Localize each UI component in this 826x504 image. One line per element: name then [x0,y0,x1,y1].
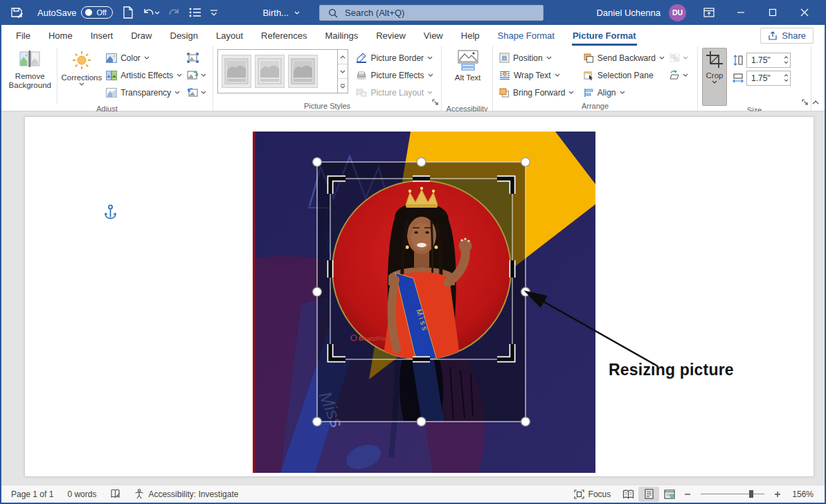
selection-pane-button[interactable]: Selection Pane [582,66,667,84]
page-indicator[interactable]: Page 1 of 1 [1,485,60,503]
web-layout-button[interactable] [659,487,680,502]
spin-up-icon[interactable] [784,56,789,59]
tab-design[interactable]: Design [161,25,207,46]
focus-button[interactable]: Focus [567,485,618,503]
document-title[interactable]: Birth... [262,8,300,18]
selected-picture[interactable]: Miss [253,132,595,473]
picture-border-button[interactable]: Picture Border [354,49,438,66]
annotation-text: Resizing picture [609,361,734,379]
share-button[interactable]: Share [760,28,814,44]
search-box[interactable]: Search (Alt+Q) [319,5,544,21]
resize-handle-bottom-right[interactable] [521,417,530,426]
spin-down-icon[interactable] [784,79,789,82]
tab-picture-format[interactable]: Picture Format [564,25,645,46]
picture-style-thumbnail[interactable] [222,55,251,88]
new-document-icon[interactable] [118,3,138,22]
gallery-scroll-up[interactable] [338,50,348,64]
width-input[interactable]: 1.75" [746,71,791,86]
change-picture-button[interactable] [186,66,208,84]
avatar[interactable]: DU [669,4,686,21]
zoom-in-button[interactable] [770,487,785,502]
crop-button[interactable]: Crop [702,48,727,106]
share-icon [768,31,778,41]
send-backward-label: Send Backward [598,53,656,63]
tab-mailings[interactable]: Mailings [316,25,368,46]
transparency-button[interactable]: Transparency [104,84,186,101]
maximize-button[interactable] [758,0,787,25]
proofing-status[interactable] [103,485,127,503]
tab-references[interactable]: References [252,25,316,46]
minimize-button[interactable] [726,0,755,25]
ribbon-display-options-icon[interactable] [694,0,724,25]
zoom-level[interactable]: 156% [785,485,825,503]
tab-insert[interactable]: Insert [82,25,123,46]
wrap-text-label: Wrap Text [514,71,551,80]
height-input[interactable]: 1.75" [746,53,791,68]
picture-styles-dialog-launcher[interactable] [432,96,439,109]
resize-handle-middle-right[interactable] [521,287,530,296]
resize-handle-top-center[interactable] [417,158,426,167]
tab-shape-format[interactable]: Shape Format [489,25,564,46]
position-button[interactable]: Position [497,49,582,66]
print-layout-button[interactable] [638,487,659,502]
spin-up-icon[interactable] [784,74,789,77]
tab-help[interactable]: Help [452,25,489,46]
zoom-slider-thumb[interactable] [749,490,753,498]
send-backward-button[interactable]: Send Backward [582,49,667,66]
title-bar: AutoSave Off Birth... Search (A [0,0,826,25]
picture-effects-button[interactable]: Picture Effects [354,66,438,84]
picture-style-thumbnail[interactable] [288,55,318,88]
resize-handle-bottom-left[interactable] [313,417,322,426]
word-count[interactable]: 0 words [60,485,103,503]
tab-file[interactable]: File [7,25,39,46]
spin-down-icon[interactable] [784,61,789,64]
corrections-button[interactable]: Corrections [60,48,105,105]
resize-handle-top-right[interactable] [521,158,530,167]
undo-button[interactable] [138,3,164,22]
status-bar: Page 1 of 1 0 words Accessibility: Inves… [1,485,825,503]
arrange-group: Position Wrap Text Bring Forward [493,46,698,111]
position-icon [499,53,510,63]
tab-draw[interactable]: Draw [122,25,161,46]
autosave-toggle[interactable]: AutoSave Off [37,6,113,19]
bring-forward-button[interactable]: Bring Forward [497,84,582,101]
save-icon[interactable] [6,3,28,22]
document-canvas[interactable]: Miss [1,111,825,486]
accessibility-group: Alt Text Accessibility [442,46,493,111]
size-dialog-launcher[interactable] [802,96,809,109]
compress-pictures-icon [187,53,199,63]
compress-pictures-button[interactable] [186,49,200,66]
chevron-down-icon [427,91,433,94]
user-name[interactable]: Daniel Uchenna [596,8,661,18]
close-button[interactable] [790,0,819,25]
alt-text-button[interactable]: Alt Text [447,48,489,105]
align-button[interactable]: Align [582,84,667,101]
tab-view[interactable]: View [415,25,452,46]
height-spinner[interactable] [784,53,789,67]
picture-style-thumbnail[interactable] [255,55,285,88]
read-mode-button[interactable] [618,487,638,502]
bullets-icon[interactable] [185,3,206,22]
customize-toolbar-icon[interactable] [206,3,222,22]
tab-layout[interactable]: Layout [207,25,252,46]
tab-home[interactable]: Home [39,25,82,46]
accessibility-status[interactable]: Accessibility: Investigate [127,485,245,503]
reset-picture-button[interactable] [186,84,208,101]
picture-layout-label: Picture Layout [370,88,424,98]
resize-handle-top-left[interactable] [313,158,322,167]
resize-handle-bottom-center[interactable] [417,417,426,426]
gallery-scroll-down[interactable] [338,64,348,79]
gallery-more-button[interactable] [338,79,348,93]
width-spinner[interactable] [784,71,789,85]
wrap-text-button[interactable]: Wrap Text [497,66,582,84]
collapse-ribbon-button[interactable] [812,95,819,107]
resize-handle-middle-left[interactable] [313,287,322,296]
shape-width-icon [733,73,744,84]
zoom-out-button[interactable] [680,487,695,502]
remove-background-button[interactable]: Remove Background [6,48,55,105]
zoom-slider[interactable] [701,494,764,494]
tab-review[interactable]: Review [367,25,415,46]
color-button[interactable]: Color [104,49,186,66]
rotate-button[interactable] [667,66,694,84]
artistic-effects-button[interactable]: Artistic Effects [104,66,186,84]
